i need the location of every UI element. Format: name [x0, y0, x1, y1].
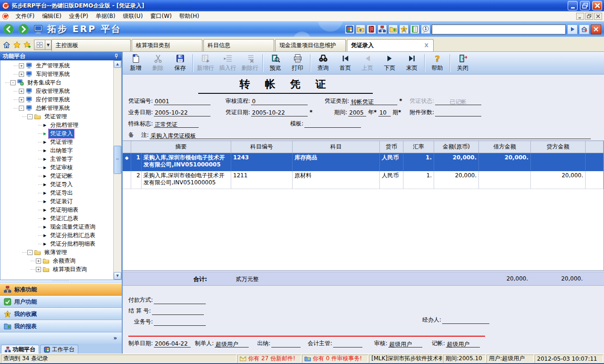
- tree-item[interactable]: ▶凭证管理: [0, 138, 113, 146]
- row-number[interactable]: 1: [131, 153, 142, 171]
- document-tab[interactable]: 主控面板: [51, 39, 131, 51]
- amount-cell[interactable]: 20,000.: [434, 153, 479, 171]
- sidebar-nav-button[interactable]: 用户功能: [0, 296, 122, 308]
- tree-item[interactable]: +应付管理系统: [0, 95, 113, 104]
- credit-cell[interactable]: [531, 153, 586, 171]
- home-go-button[interactable]: [579, 25, 589, 34]
- document-tab[interactable]: 凭证录入X: [347, 39, 434, 51]
- book-button[interactable]: [367, 25, 376, 34]
- home-button[interactable]: [3, 41, 10, 49]
- settle-no-input[interactable]: [152, 308, 204, 315]
- tree-item[interactable]: ▶凭证明细表: [0, 206, 113, 214]
- collapse-minus-icon[interactable]: -: [10, 80, 16, 85]
- rate-cell[interactable]: 1.: [403, 171, 434, 189]
- tasks-status[interactable]: 你有 0 件审核事务!: [302, 355, 368, 363]
- menu-item[interactable]: 文件(F): [12, 11, 38, 21]
- tree-item[interactable]: -账薄管理: [0, 248, 113, 256]
- pin-icon[interactable]: [114, 54, 119, 59]
- tree-item[interactable]: +车间管理系统: [0, 70, 113, 78]
- tree-scrollbar[interactable]: ▲ ▼: [113, 60, 121, 280]
- sidebar-grip[interactable]: '''''''''': [0, 280, 122, 283]
- tile-layout-button[interactable]: [34, 40, 45, 50]
- search-input[interactable]: [432, 25, 566, 34]
- sidebar-bottom-tab[interactable]: 功能平台: [1, 345, 39, 354]
- sidebar-bottom-tab[interactable]: 工作平台: [40, 345, 78, 354]
- summary-cell[interactable]: 采购入库,深圳市领创电子技术开发有限公司,INV051000005: [142, 153, 231, 171]
- toolbar-button[interactable]: 新增: [125, 53, 147, 73]
- amount-cell[interactable]: 20,000.: [434, 171, 479, 189]
- tab-close-icon[interactable]: X: [424, 42, 429, 49]
- tree-item[interactable]: ▶出纳签字: [0, 146, 113, 155]
- tree-item[interactable]: +应收管理系统: [0, 87, 113, 95]
- attachments-input[interactable]: [435, 109, 481, 116]
- currency-cell[interactable]: 人民币: [380, 153, 403, 171]
- mdi-minimize-button[interactable]: [576, 13, 584, 20]
- tree-item[interactable]: -凭证管理: [0, 112, 113, 121]
- menu-item[interactable]: 级联(U): [119, 11, 146, 21]
- chief-input[interactable]: [333, 340, 362, 347]
- exit-button[interactable]: [591, 25, 601, 34]
- filler-cell[interactable]: [586, 153, 604, 171]
- minimize-button[interactable]: [568, 1, 578, 10]
- scroll-down-icon[interactable]: ▼: [114, 272, 121, 280]
- tile-view-button[interactable]: [345, 25, 354, 34]
- document-tab[interactable]: 科目信息: [203, 39, 274, 51]
- collapse-minus-icon[interactable]: -: [27, 114, 33, 119]
- sidebar-chevron[interactable]: »: [0, 332, 122, 344]
- credit-cell[interactable]: 20,000.: [531, 171, 586, 189]
- scroll-track[interactable]: [114, 68, 121, 272]
- agent-input[interactable]: [442, 317, 489, 324]
- toolbar-button[interactable]: 保存: [169, 53, 191, 73]
- go-button[interactable]: [567, 25, 578, 34]
- toolbar-button[interactable]: 打印: [286, 53, 309, 73]
- biz-date-input[interactable]: 2005-10-22: [154, 109, 210, 116]
- mdi-restore-button[interactable]: [585, 13, 593, 20]
- back-button[interactable]: [3, 24, 14, 35]
- toolbar-button[interactable]: 关闭: [452, 53, 474, 73]
- tree-item[interactable]: ▶现金流量凭证查询: [0, 223, 113, 231]
- note-input[interactable]: 采购入库凭证模板: [150, 132, 591, 139]
- sidebar-nav-button[interactable]: 1我的收藏: [0, 308, 122, 320]
- tree-item[interactable]: ▶凭证分批档明细表: [0, 240, 113, 248]
- period-year-input[interactable]: 2005: [348, 109, 366, 116]
- toolbar-button[interactable]: 首页: [334, 53, 356, 73]
- expand-plus-icon[interactable]: +: [36, 258, 41, 264]
- notebook-button[interactable]: [410, 25, 419, 34]
- expand-plus-icon[interactable]: +: [19, 63, 24, 68]
- document-tab[interactable]: 核算项目类别: [132, 39, 202, 51]
- account-no-cell[interactable]: 1211: [231, 171, 293, 189]
- toolbar-button[interactable]: 末页: [401, 53, 423, 73]
- expand-plus-icon[interactable]: +: [19, 89, 24, 94]
- toolbar-button[interactable]: ?帮助: [426, 53, 448, 73]
- tree-item[interactable]: ▶凭证分批档汇总表: [0, 231, 113, 240]
- toolbar-button[interactable]: 预览: [264, 53, 286, 73]
- menu-item[interactable]: 业务(P): [65, 11, 92, 21]
- audit-flow-input[interactable]: 0: [251, 98, 308, 105]
- scroll-thumb[interactable]: [114, 146, 121, 174]
- menu-item[interactable]: 编辑(E): [38, 11, 65, 21]
- voucher-type-input[interactable]: 转帐凭证: [350, 98, 397, 105]
- rate-cell[interactable]: 1.: [403, 153, 434, 171]
- scroll-up-icon[interactable]: ▲: [114, 60, 121, 68]
- tree-item[interactable]: ▶凭证审核: [0, 163, 113, 172]
- pay-method-input[interactable]: [154, 297, 206, 304]
- tile-layout-dropdown[interactable]: ▼: [45, 40, 51, 50]
- sidebar-nav-button[interactable]: 标准功能: [0, 283, 122, 296]
- orgchart-button[interactable]: [378, 25, 387, 34]
- currency-cell[interactable]: 人民币: [380, 171, 403, 189]
- reminder-button[interactable]: 1: [421, 25, 430, 34]
- menu-item[interactable]: 帮助(H): [176, 11, 203, 21]
- toolbar-button[interactable]: 下页: [378, 53, 401, 73]
- voucher-date-input[interactable]: 2005-10-22: [251, 109, 308, 116]
- debit-cell[interactable]: [479, 171, 531, 189]
- account-cell[interactable]: 库存商品: [293, 153, 380, 171]
- tree-item[interactable]: ▶凭证导入: [0, 180, 113, 189]
- folder-up-button[interactable]: [356, 25, 365, 34]
- mdi-close-button[interactable]: [594, 13, 602, 20]
- special-flag-input[interactable]: 正常凭证: [154, 121, 199, 128]
- collapse-minus-icon[interactable]: -: [27, 250, 33, 255]
- filler-cell[interactable]: [586, 171, 604, 189]
- table-row[interactable]: 2采购入库,深圳市领创电子技术开发有限公司,INV0510000051211原材…: [123, 171, 604, 189]
- collapse-minus-icon[interactable]: -: [19, 106, 24, 111]
- folder-plus-button[interactable]: [388, 25, 398, 34]
